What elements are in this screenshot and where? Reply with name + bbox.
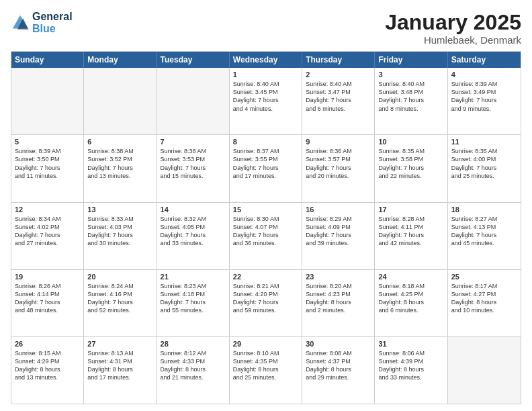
- cell-text: Sunrise: 8:18 AM Sunset: 4:25 PM Dayligh…: [378, 282, 443, 315]
- weekday-header-saturday: Saturday: [448, 52, 521, 68]
- day-number: 20: [87, 273, 152, 281]
- cal-cell: 27Sunrise: 8:13 AM Sunset: 4:31 PM Dayli…: [84, 337, 157, 404]
- cal-cell: 14Sunrise: 8:32 AM Sunset: 4:05 PM Dayli…: [157, 203, 230, 269]
- cal-cell: 17Sunrise: 8:28 AM Sunset: 4:11 PM Dayli…: [375, 203, 447, 269]
- cell-text: Sunrise: 8:15 AM Sunset: 4:29 PM Dayligh…: [15, 349, 80, 382]
- cal-cell: 18Sunrise: 8:27 AM Sunset: 4:13 PM Dayli…: [448, 203, 521, 269]
- day-number: 12: [15, 205, 80, 214]
- day-number: 29: [233, 340, 298, 348]
- calendar-row-3: 12Sunrise: 8:34 AM Sunset: 4:02 PM Dayli…: [11, 202, 521, 269]
- cell-text: Sunrise: 8:29 AM Sunset: 4:09 PM Dayligh…: [306, 215, 371, 248]
- cal-cell: 15Sunrise: 8:30 AM Sunset: 4:07 PM Dayli…: [230, 203, 302, 269]
- day-number: 22: [233, 273, 298, 281]
- cell-text: Sunrise: 8:17 AM Sunset: 4:27 PM Dayligh…: [451, 282, 517, 315]
- cell-text: Sunrise: 8:32 AM Sunset: 4:05 PM Dayligh…: [161, 215, 226, 248]
- cell-text: Sunrise: 8:35 AM Sunset: 4:00 PM Dayligh…: [451, 147, 517, 180]
- cal-cell: 25Sunrise: 8:17 AM Sunset: 4:27 PM Dayli…: [448, 270, 521, 336]
- day-number: 18: [451, 205, 517, 214]
- cell-text: Sunrise: 8:28 AM Sunset: 4:11 PM Dayligh…: [378, 215, 443, 248]
- weekday-header-tuesday: Tuesday: [157, 52, 230, 68]
- calendar-row-2: 5Sunrise: 8:39 AM Sunset: 3:50 PM Daylig…: [11, 134, 521, 201]
- day-number: 30: [306, 340, 371, 348]
- day-number: 27: [87, 340, 152, 348]
- cell-text: Sunrise: 8:27 AM Sunset: 4:13 PM Dayligh…: [451, 215, 517, 248]
- cal-cell: 26Sunrise: 8:15 AM Sunset: 4:29 PM Dayli…: [11, 337, 84, 404]
- day-number: 25: [451, 273, 517, 281]
- day-number: 3: [378, 71, 443, 79]
- cal-cell: 5Sunrise: 8:39 AM Sunset: 3:50 PM Daylig…: [11, 135, 84, 201]
- day-number: 13: [87, 205, 152, 214]
- cal-cell: 29Sunrise: 8:10 AM Sunset: 4:35 PM Dayli…: [230, 337, 302, 404]
- calendar-row-1: 1Sunrise: 8:40 AM Sunset: 3:45 PM Daylig…: [11, 68, 521, 134]
- calendar: SundayMondayTuesdayWednesdayThursdayFrid…: [11, 51, 521, 404]
- cal-cell: 20Sunrise: 8:24 AM Sunset: 4:16 PM Dayli…: [84, 270, 157, 336]
- weekday-header-monday: Monday: [84, 52, 157, 68]
- cell-text: Sunrise: 8:37 AM Sunset: 3:55 PM Dayligh…: [233, 147, 298, 180]
- day-number: 21: [161, 273, 226, 281]
- cell-text: Sunrise: 8:23 AM Sunset: 4:18 PM Dayligh…: [161, 282, 226, 315]
- logo: General Blue: [11, 11, 73, 34]
- cal-cell: [84, 68, 157, 134]
- location: Humlebaek, Denmark: [385, 34, 521, 46]
- calendar-row-4: 19Sunrise: 8:26 AM Sunset: 4:14 PM Dayli…: [11, 269, 521, 336]
- cal-cell: 22Sunrise: 8:21 AM Sunset: 4:20 PM Dayli…: [230, 270, 302, 336]
- day-number: 19: [15, 273, 80, 281]
- cell-text: Sunrise: 8:39 AM Sunset: 3:49 PM Dayligh…: [451, 80, 517, 113]
- day-number: 15: [233, 205, 298, 214]
- cell-text: Sunrise: 8:40 AM Sunset: 3:45 PM Dayligh…: [233, 80, 298, 113]
- cal-cell: 4Sunrise: 8:39 AM Sunset: 3:49 PM Daylig…: [448, 68, 521, 134]
- cal-cell: 16Sunrise: 8:29 AM Sunset: 4:09 PM Dayli…: [302, 203, 375, 269]
- cell-text: Sunrise: 8:34 AM Sunset: 4:02 PM Dayligh…: [15, 215, 80, 248]
- cal-cell: 2Sunrise: 8:40 AM Sunset: 3:47 PM Daylig…: [302, 68, 375, 134]
- cal-cell: 8Sunrise: 8:37 AM Sunset: 3:55 PM Daylig…: [230, 135, 302, 201]
- cell-text: Sunrise: 8:33 AM Sunset: 4:03 PM Dayligh…: [87, 215, 152, 248]
- day-number: 1: [233, 71, 298, 79]
- calendar-row-5: 26Sunrise: 8:15 AM Sunset: 4:29 PM Dayli…: [11, 336, 521, 404]
- day-number: 6: [87, 138, 152, 146]
- day-number: 24: [378, 273, 443, 281]
- cell-text: Sunrise: 8:38 AM Sunset: 3:52 PM Dayligh…: [87, 147, 152, 180]
- cal-cell: 10Sunrise: 8:35 AM Sunset: 3:58 PM Dayli…: [375, 135, 447, 201]
- cell-text: Sunrise: 8:20 AM Sunset: 4:23 PM Dayligh…: [306, 282, 371, 315]
- cell-text: Sunrise: 8:40 AM Sunset: 3:48 PM Dayligh…: [378, 80, 443, 113]
- day-number: 7: [161, 138, 226, 146]
- cell-text: Sunrise: 8:30 AM Sunset: 4:07 PM Dayligh…: [233, 215, 298, 248]
- calendar-body: 1Sunrise: 8:40 AM Sunset: 3:45 PM Daylig…: [11, 68, 521, 404]
- cell-text: Sunrise: 8:13 AM Sunset: 4:31 PM Dayligh…: [87, 349, 152, 382]
- title-block: January 2025 Humlebaek, Denmark: [385, 11, 521, 46]
- day-number: 10: [378, 138, 443, 146]
- page: General Blue January 2025 Humlebaek, Den…: [0, 0, 532, 411]
- day-number: 5: [15, 138, 80, 146]
- weekday-header-thursday: Thursday: [302, 52, 375, 68]
- cal-cell: 13Sunrise: 8:33 AM Sunset: 4:03 PM Dayli…: [84, 203, 157, 269]
- cell-text: Sunrise: 8:36 AM Sunset: 3:57 PM Dayligh…: [306, 147, 371, 180]
- cal-cell: 23Sunrise: 8:20 AM Sunset: 4:23 PM Dayli…: [302, 270, 375, 336]
- cell-text: Sunrise: 8:39 AM Sunset: 3:50 PM Dayligh…: [15, 147, 80, 180]
- cell-text: Sunrise: 8:21 AM Sunset: 4:20 PM Dayligh…: [233, 282, 298, 315]
- cell-text: Sunrise: 8:08 AM Sunset: 4:37 PM Dayligh…: [306, 349, 371, 382]
- cell-text: Sunrise: 8:06 AM Sunset: 4:39 PM Dayligh…: [378, 349, 443, 382]
- cell-text: Sunrise: 8:38 AM Sunset: 3:53 PM Dayligh…: [161, 147, 226, 180]
- cal-cell: [448, 337, 521, 404]
- day-number: 26: [15, 340, 80, 348]
- cal-cell: 30Sunrise: 8:08 AM Sunset: 4:37 PM Dayli…: [302, 337, 375, 404]
- logo-icon: [11, 13, 30, 32]
- logo-text: General Blue: [32, 11, 73, 34]
- cal-cell: [157, 68, 230, 134]
- cell-text: Sunrise: 8:24 AM Sunset: 4:16 PM Dayligh…: [87, 282, 152, 315]
- cal-cell: 19Sunrise: 8:26 AM Sunset: 4:14 PM Dayli…: [11, 270, 84, 336]
- calendar-header: SundayMondayTuesdayWednesdayThursdayFrid…: [11, 52, 521, 68]
- weekday-header-sunday: Sunday: [11, 52, 84, 68]
- cal-cell: 28Sunrise: 8:12 AM Sunset: 4:33 PM Dayli…: [157, 337, 230, 404]
- cal-cell: 1Sunrise: 8:40 AM Sunset: 3:45 PM Daylig…: [230, 68, 302, 134]
- day-number: 17: [378, 205, 443, 214]
- cal-cell: 7Sunrise: 8:38 AM Sunset: 3:53 PM Daylig…: [157, 135, 230, 201]
- cal-cell: 9Sunrise: 8:36 AM Sunset: 3:57 PM Daylig…: [302, 135, 375, 201]
- cell-text: Sunrise: 8:40 AM Sunset: 3:47 PM Dayligh…: [306, 80, 371, 113]
- day-number: 23: [306, 273, 371, 281]
- day-number: 4: [451, 71, 517, 79]
- day-number: 11: [451, 138, 517, 146]
- cal-cell: 24Sunrise: 8:18 AM Sunset: 4:25 PM Dayli…: [375, 270, 447, 336]
- cell-text: Sunrise: 8:10 AM Sunset: 4:35 PM Dayligh…: [233, 349, 298, 382]
- cal-cell: 3Sunrise: 8:40 AM Sunset: 3:48 PM Daylig…: [375, 68, 447, 134]
